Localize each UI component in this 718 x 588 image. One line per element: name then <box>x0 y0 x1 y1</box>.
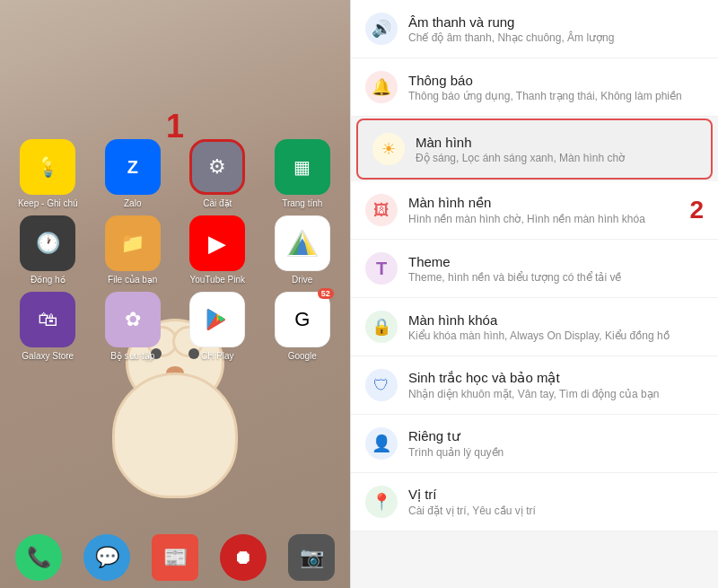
app-item-clock[interactable]: 🕐 Đồng hồ <box>9 215 87 285</box>
biometrics-icon: 🛡 <box>365 369 398 401</box>
lock-icon: 🔒 <box>365 311 398 343</box>
notification-sub: Thông báo ứng dụng, Thanh trạng thái, Kh… <box>408 90 704 102</box>
app-item-brief[interactable]: 📰 <box>152 534 198 581</box>
app-item-drive[interactable]: Drive <box>264 215 342 285</box>
app-icon-zalo[interactable]: Z <box>105 139 161 195</box>
step1-label: 1 <box>166 108 184 145</box>
app-label-galaxy: Galaxy Store <box>22 351 74 361</box>
app-icon-brief[interactable]: 📰 <box>152 534 198 581</box>
theme-sub: Theme, hình nền và biểu tượng có thể tải… <box>408 271 704 284</box>
app-label-youtube: YouTube Pink <box>189 275 245 285</box>
wallpaper-icon: 🖼 <box>365 194 398 226</box>
wallpaper-sub: Hình nền màn hình chờ, Hình nền màn hình… <box>408 213 682 225</box>
app-icon-galaxy[interactable]: 🛍 <box>20 292 75 347</box>
app-item-youtube[interactable]: ▶ YouTube Pink <box>179 215 257 285</box>
app-label-settings: Cài đặt <box>203 198 232 208</box>
app-label-sheets: Trang tính <box>282 198 322 208</box>
app-item-keep[interactable]: 💡 Keep - Ghi chú <box>9 139 87 208</box>
app-label-clock: Đồng hồ <box>31 275 66 285</box>
app-item-chplay[interactable]: CH Play <box>179 292 257 361</box>
display-sub: Độ sáng, Lọc ánh sáng xanh, Màn hình chờ <box>416 152 696 164</box>
app-item-google[interactable]: G 52 Google <box>264 292 342 361</box>
notification-title: Thông báo <box>408 73 704 88</box>
settings-item-biometrics[interactable]: 🛡 Sinh trắc học và bảo mật Nhận diện khu… <box>351 356 718 415</box>
theme-text: Theme Theme, hình nền và biểu tượng có t… <box>408 254 704 284</box>
location-text: Vị trí Cài đặt vị trí, Yêu cầu vị trí <box>408 487 704 517</box>
lockscreen-sub: Kiểu khóa màn hình, Always On Display, K… <box>408 329 704 342</box>
lockscreen-text: Màn hình khóa Kiểu khóa màn hình, Always… <box>408 312 704 342</box>
bear-body <box>112 373 238 498</box>
app-icon-google[interactable]: G 52 <box>275 292 330 347</box>
sound-text: Âm thanh và rung Chế độ âm thanh, Nhạc c… <box>408 14 704 44</box>
wallpaper-text: Màn hình nền Hình nền màn hình chờ, Hình… <box>408 195 682 225</box>
settings-item-notification[interactable]: 🔔 Thông báo Thông báo ứng dụng, Thanh tr… <box>351 58 718 117</box>
privacy-text: Riêng tư Trình quản lý quyền <box>408 428 704 459</box>
app-item-bst[interactable]: ✿ Bộ sưu tập <box>94 292 172 361</box>
theme-icon: T <box>365 252 398 285</box>
app-label-keep: Keep - Ghi chú <box>18 198 78 208</box>
app-icon-chplay[interactable] <box>189 292 245 347</box>
app-item-camera[interactable]: 📷 <box>288 534 335 581</box>
bottom-app-dock: 📞 💬 📰 ⏺ 📷 <box>4 534 346 581</box>
app-icon-sheets[interactable]: ▦ <box>275 139 330 195</box>
app-item-sheets[interactable]: ▦ Trang tính <box>264 139 342 208</box>
app-icon-clock[interactable]: 🕐 <box>20 215 75 271</box>
privacy-title: Riêng tư <box>408 428 704 444</box>
theme-title: Theme <box>408 254 704 269</box>
app-icon-bst[interactable]: ✿ <box>105 292 161 347</box>
sound-title: Âm thanh và rung <box>408 14 704 30</box>
app-icon-phone[interactable]: 📞 <box>15 534 62 581</box>
notification-text: Thông báo Thông báo ứng dụng, Thanh trạn… <box>408 73 704 102</box>
app-item-settings[interactable]: ⚙ Cài đặt <box>179 139 257 208</box>
app-icon-settings[interactable]: ⚙ <box>189 139 245 195</box>
biometrics-sub: Nhận diện khuôn mặt, Vân tay, Tìm di độn… <box>408 388 704 400</box>
app-icon-youtube[interactable]: ▶ <box>189 215 245 271</box>
settings-item-display[interactable]: ☀ Màn hình Độ sáng, Lọc ánh sáng xanh, M… <box>356 118 713 180</box>
privacy-icon: 👤 <box>365 427 398 460</box>
sound-icon: 🔊 <box>365 13 398 45</box>
settings-item-lockscreen[interactable]: 🔒 Màn hình khóa Kiểu khóa màn hình, Alwa… <box>351 298 718 356</box>
settings-item-location[interactable]: 📍 Vị trí Cài đặt vị trí, Yêu cầu vị trí <box>351 473 718 531</box>
lockscreen-title: Màn hình khóa <box>408 312 704 328</box>
app-label-files: File của bạn <box>108 275 157 285</box>
display-icon: ☀ <box>372 133 405 165</box>
app-grid: 💡 Keep - Ghi chú Z Zalo ⚙ Cài đặt ▦ Tran… <box>9 139 341 361</box>
location-sub: Cài đặt vị trí, Yêu cầu vị trí <box>408 505 704 517</box>
app-item-phone[interactable]: 📞 <box>15 534 62 581</box>
settings-item-privacy[interactable]: 👤 Riêng tư Trình quản lý quyền <box>351 415 718 473</box>
location-icon: 📍 <box>365 486 398 518</box>
wallpaper-title: Màn hình nền <box>408 195 682 211</box>
privacy-sub: Trình quản lý quyền <box>408 446 704 459</box>
app-label-chplay: CH Play <box>201 351 234 361</box>
display-text: Màn hình Độ sáng, Lọc ánh sáng xanh, Màn… <box>416 135 696 164</box>
location-title: Vị trí <box>408 487 704 503</box>
app-icon-drive[interactable] <box>275 215 330 271</box>
app-item-messages[interactable]: 💬 <box>83 534 130 581</box>
step2-label: 2 <box>689 196 704 224</box>
display-title: Màn hình <box>416 135 696 150</box>
app-item-recorder[interactable]: ⏺ <box>220 534 267 581</box>
app-label-zalo: Zalo <box>124 198 141 208</box>
settings-item-wallpaper[interactable]: 🖼 Màn hình nền Hình nền màn hình chờ, Hì… <box>351 181 718 240</box>
app-label-bst: Bộ sưu tập <box>110 351 154 361</box>
biometrics-title: Sinh trắc học và bảo mật <box>408 370 704 386</box>
app-item-files[interactable]: 📁 File của bạn <box>94 215 172 285</box>
biometrics-text: Sinh trắc học và bảo mật Nhận diện khuôn… <box>408 370 704 400</box>
sound-sub: Chế độ âm thanh, Nhạc chuông, Âm lượng <box>408 31 704 44</box>
app-icon-files[interactable]: 📁 <box>105 215 161 271</box>
phone-screen: 1 💡 Keep - Ghi chú Z Zalo ⚙ Cài đặt ▦ Tr… <box>0 0 350 588</box>
settings-item-sound[interactable]: 🔊 Âm thanh và rung Chế độ âm thanh, Nhạc… <box>351 0 718 58</box>
google-badge: 52 <box>318 288 334 299</box>
settings-item-theme[interactable]: T Theme Theme, hình nền và biểu tượng có… <box>351 240 718 298</box>
app-icon-recorder[interactable]: ⏺ <box>220 534 267 581</box>
app-label-google: Google <box>288 351 317 361</box>
app-icon-keep[interactable]: 💡 <box>20 139 75 195</box>
settings-panel: 🔊 Âm thanh và rung Chế độ âm thanh, Nhạc… <box>350 0 718 588</box>
app-item-galaxy[interactable]: 🛍 Galaxy Store <box>9 292 87 361</box>
notification-icon: 🔔 <box>365 71 398 103</box>
app-icon-messages[interactable]: 💬 <box>83 534 130 581</box>
app-icon-camera[interactable]: 📷 <box>288 534 335 581</box>
app-label-drive: Drive <box>292 275 312 285</box>
app-item-zalo[interactable]: Z Zalo <box>94 139 172 208</box>
